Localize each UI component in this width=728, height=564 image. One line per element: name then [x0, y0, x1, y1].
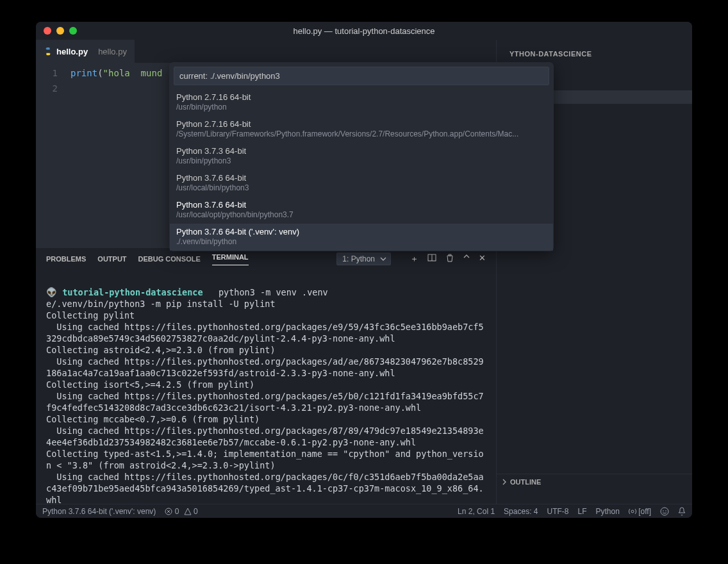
vscode-window: hello.py — tutorial-python-datascience h…	[36, 22, 692, 518]
tab-output[interactable]: OUTPUT	[97, 255, 126, 263]
line-number-gutter: 1 2	[36, 65, 70, 101]
status-encoding[interactable]: UTF-8	[547, 507, 568, 516]
tab-problems[interactable]: PROBLEMS	[46, 255, 86, 263]
terminal-selector[interactable]: 1: Python	[336, 253, 391, 265]
svg-point-4	[661, 508, 668, 515]
feedback-icon	[660, 507, 669, 516]
tab-debug-console[interactable]: DEBUG CONSOLE	[138, 255, 201, 263]
quickpick-item[interactable]: Python 3.7.6 64-bit ('.venv': venv) ./.v…	[170, 224, 553, 251]
status-liveshare[interactable]: [off]	[629, 507, 651, 516]
status-python-interpreter[interactable]: Python 3.7.6 64-bit ('.venv': venv)	[42, 507, 156, 516]
svg-point-3	[631, 510, 634, 513]
status-feedback-button[interactable]	[660, 507, 669, 516]
python-file-icon	[44, 47, 53, 56]
bottom-panel: PROBLEMS OUTPUT DEBUG CONSOLE TERMINAL 1…	[36, 247, 496, 504]
quickpick-item[interactable]: Python 2.7.16 64-bit /System/Library/Fra…	[170, 116, 553, 143]
broadcast-icon	[629, 508, 636, 515]
status-cursor-position[interactable]: Ln 2, Col 1	[458, 507, 495, 516]
tab-filename: hello.py	[56, 47, 88, 56]
warning-icon	[184, 508, 192, 515]
panel-tabs: PROBLEMS OUTPUT DEBUG CONSOLE TERMINAL 1…	[36, 248, 496, 270]
terminal-content[interactable]: 👽 tutorial-python-datascience python3 -m…	[36, 270, 496, 504]
chevron-right-icon	[501, 479, 508, 485]
svg-point-6	[665, 510, 666, 511]
tab-terminal[interactable]: TERMINAL	[212, 253, 249, 265]
titlebar: hello.py — tutorial-python-datascience	[36, 22, 692, 40]
editor-tabs-bar: hello.py hello.py	[36, 40, 496, 63]
chevron-down-icon	[380, 256, 386, 262]
quickpick-input[interactable]: current: ./.venv/bin/python3	[174, 67, 549, 85]
kill-terminal-button[interactable]	[445, 253, 454, 265]
error-icon	[165, 508, 172, 515]
status-problems[interactable]: 0 0	[165, 507, 197, 516]
status-bar: Python 3.7.6 64-bit ('.venv': venv) 0 0 …	[36, 504, 692, 518]
explorer-section-header[interactable]: YTHON-DATASCIENCE	[497, 46, 692, 62]
split-terminal-button[interactable]	[427, 253, 436, 265]
interpreter-quickpick: current: ./.venv/bin/python3 Python 2.7.…	[169, 62, 554, 251]
quickpick-item[interactable]: Python 2.7.16 64-bit /usr/bin/python	[170, 89, 553, 116]
close-panel-button[interactable]: ✕	[479, 253, 486, 265]
status-indent[interactable]: Spaces: 4	[504, 507, 538, 516]
window-title: hello.py — tutorial-python-datascience	[36, 26, 692, 36]
status-language[interactable]: Python	[596, 507, 620, 516]
quickpick-list: Python 2.7.16 64-bit /usr/bin/python Pyt…	[170, 89, 553, 251]
new-terminal-button[interactable]: ＋	[410, 253, 418, 265]
maximize-panel-button[interactable]	[463, 253, 470, 265]
status-eol[interactable]: LF	[577, 507, 586, 516]
status-notifications-button[interactable]	[678, 507, 686, 516]
bell-icon	[678, 507, 686, 516]
tab-hello-py[interactable]: hello.py hello.py	[36, 40, 135, 63]
quickpick-item[interactable]: Python 3.7.6 64-bit /usr/local/bin/pytho…	[170, 170, 553, 197]
outline-section-header[interactable]: OUTLINE	[496, 474, 692, 490]
tab-breadcrumb: hello.py	[98, 47, 127, 56]
quickpick-item[interactable]: Python 3.7.3 64-bit /usr/bin/python3	[170, 143, 553, 170]
quickpick-item[interactable]: Python 3.7.6 64-bit /usr/local/opt/pytho…	[170, 197, 553, 224]
svg-point-5	[663, 510, 664, 511]
